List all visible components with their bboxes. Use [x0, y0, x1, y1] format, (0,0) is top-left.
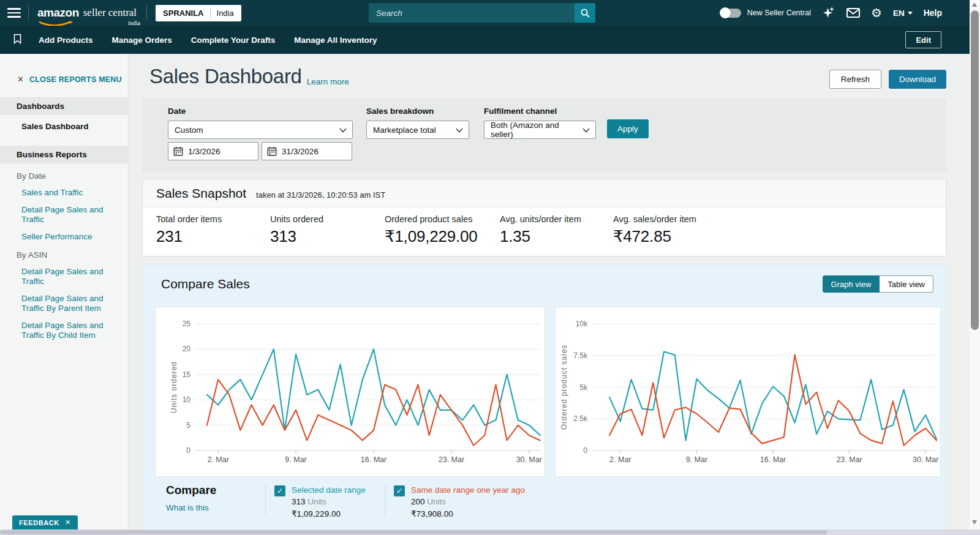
marketplace-name: India: [217, 9, 234, 18]
close-icon: ✕: [65, 518, 71, 526]
refresh-button[interactable]: Refresh: [829, 70, 881, 89]
svg-text:30. Mar: 30. Mar: [913, 455, 938, 464]
hamburger-menu-icon[interactable]: [0, 0, 28, 26]
new-seller-central-toggle[interactable]: [720, 9, 741, 18]
search-input[interactable]: [369, 3, 575, 23]
nav-add-products[interactable]: Add Products: [39, 36, 93, 45]
toggle-label: New Seller Central: [747, 9, 811, 17]
messages-icon[interactable]: [846, 8, 860, 18]
selected-range-label: Selected date range: [292, 485, 366, 495]
table-view-button[interactable]: Table view: [880, 275, 933, 293]
svg-text:16. Mar: 16. Mar: [361, 455, 386, 464]
svg-text:9. Mar: 9. Mar: [285, 455, 306, 464]
sidebar-item-detail-page-sales-traffic-asin[interactable]: Detail Page Sales and Traffic: [0, 260, 128, 287]
horizontal-scrollbar-thumb[interactable]: [0, 530, 827, 534]
sidebar-subheader-by-asin: By ASIN: [0, 242, 128, 260]
language-selector[interactable]: EN: [893, 9, 913, 18]
download-button[interactable]: Download: [889, 70, 946, 89]
previous-year-checkbox[interactable]: ✓: [394, 485, 405, 496]
main-content: Sales Dashboard Learn more Refresh Downl…: [129, 54, 970, 530]
fulfilment-channel-label: Fulfilment channel: [484, 107, 596, 116]
search-icon: [580, 8, 590, 18]
sidebar-item-sales-and-traffic[interactable]: Sales and Traffic: [0, 181, 128, 198]
nav-complete-your-drafts[interactable]: Complete Your Drafts: [191, 36, 276, 45]
snapshot-metrics: Total order items 231 Units ordered 313 …: [143, 208, 946, 256]
svg-text:Units ordered: Units ordered: [170, 361, 178, 413]
apply-button[interactable]: Apply: [607, 119, 649, 138]
divider: [210, 9, 211, 18]
feedback-button[interactable]: FEEDBACK ✕: [12, 515, 78, 529]
amazon-wordmark: amazon: [37, 7, 79, 18]
sales-breakdown-select[interactable]: Marketplace total: [366, 121, 469, 139]
sales-breakdown-value: Marketplace total: [373, 125, 436, 135]
horizontal-scrollbar[interactable]: [0, 529, 980, 535]
chevron-down-icon: [908, 12, 913, 15]
language-code: EN: [893, 9, 905, 18]
ai-sparkle-icon[interactable]: [822, 6, 835, 20]
date-from-field[interactable]: [168, 142, 258, 160]
nav-manage-all-inventory[interactable]: Manage All Inventory: [294, 36, 377, 45]
sidebar-item-detail-page-parent-item[interactable]: Detail Page Sales and Traffic By Parent …: [0, 287, 128, 314]
settings-gear-icon[interactable]: ⚙: [871, 6, 882, 20]
help-link[interactable]: Help: [924, 8, 942, 18]
sidebar-item-detail-page-child-item[interactable]: Detail Page Sales and Traffic By Child I…: [0, 314, 128, 341]
page-title-row: Sales Dashboard Learn more Refresh Downl…: [142, 65, 946, 89]
learn-more-link[interactable]: Learn more: [307, 77, 349, 86]
date-to-input[interactable]: [282, 147, 343, 156]
compare-legend: Compare What is this ✓ Selected date ran…: [155, 484, 933, 518]
vertical-scrollbar[interactable]: [970, 0, 980, 529]
selected-range-checkbox[interactable]: ✓: [274, 485, 285, 496]
date-from-input[interactable]: [188, 147, 249, 156]
date-range-value: Custom: [175, 125, 203, 135]
svg-text:30. Mar: 30. Mar: [516, 455, 542, 464]
scroll-up-arrow-icon[interactable]: [972, 2, 977, 7]
svg-text:23. Mar: 23. Mar: [836, 455, 862, 464]
sales-snapshot-card: Sales Snapshot taken at 31/3/2026, 10:20…: [142, 179, 946, 256]
graph-view-button[interactable]: Graph view: [823, 275, 880, 293]
metric-avg-sales-order-item: Avg. sales/order item ₹472.85: [613, 214, 696, 246]
vertical-scrollbar-thumb[interactable]: [971, 10, 979, 330]
page-actions: Refresh Download: [829, 70, 946, 89]
svg-text:7.5k: 7.5k: [573, 351, 588, 360]
seller-central-wordmark: seller central: [83, 7, 137, 18]
global-search: [369, 3, 595, 23]
edit-button[interactable]: Edit: [905, 31, 941, 48]
date-filter-label: Date: [168, 107, 353, 116]
previous-year-units: 200: [411, 497, 425, 506]
ordered-product-sales-line-chart[interactable]: 02.5k5k7.5k10k2. Mar9. Mar16. Mar23. Mar…: [556, 307, 940, 476]
amazon-seller-central-logo[interactable]: amazon seller central india: [29, 7, 146, 18]
sidebar-item-detail-page-sales-traffic[interactable]: Detail Page Sales and Traffic: [0, 198, 128, 225]
close-reports-menu[interactable]: ✕ CLOSE REPORTS MENU: [0, 54, 128, 84]
search-button[interactable]: [575, 3, 595, 23]
svg-text:15: 15: [183, 370, 191, 379]
snapshot-title: Sales Snapshot: [156, 186, 246, 201]
close-icon: ✕: [17, 75, 24, 84]
sidebar-item-sales-dashboard[interactable]: Sales Dashboard: [0, 115, 128, 132]
svg-text:23. Mar: 23. Mar: [439, 455, 464, 464]
units-ordered-chart[interactable]: 05101520252. Mar9. Mar16. Mar23. Mar30. …: [155, 307, 545, 477]
scroll-down-arrow-icon[interactable]: [972, 520, 977, 525]
what-is-this-link[interactable]: What is this: [166, 503, 265, 512]
legend-previous-year: ✓ Same date range one year ago 200 Units…: [385, 484, 545, 518]
svg-text:2. Mar: 2. Mar: [207, 455, 228, 464]
metric-units-ordered: Units ordered 313: [270, 214, 385, 246]
snapshot-timestamp: taken at 31/3/2026, 10:20:53 am IST: [256, 190, 385, 200]
chevron-down-icon: [339, 128, 347, 133]
ordered-product-sales-chart[interactable]: 02.5k5k7.5k10k2. Mar9. Mar16. Mar23. Mar…: [555, 307, 941, 477]
svg-text:9. Mar: 9. Mar: [686, 455, 707, 464]
units-ordered-line-chart[interactable]: 05101520252. Mar9. Mar16. Mar23. Mar30. …: [156, 307, 545, 476]
bookmark-icon[interactable]: [13, 34, 21, 47]
sidebar-item-seller-performance[interactable]: Seller Performance: [0, 225, 128, 242]
svg-text:5: 5: [186, 421, 190, 430]
date-range-select[interactable]: Custom: [168, 121, 353, 139]
fulfilment-channel-value: Both (Amazon and seller): [491, 121, 578, 139]
previous-year-label: Same date range one year ago: [411, 485, 525, 495]
chevron-down-icon: [456, 128, 463, 133]
date-to-field[interactable]: [262, 142, 352, 160]
svg-text:10: 10: [183, 395, 191, 404]
fulfilment-channel-select[interactable]: Both (Amazon and seller): [484, 121, 596, 139]
svg-text:25: 25: [183, 320, 191, 328]
nav-manage-orders[interactable]: Manage Orders: [112, 36, 172, 45]
divider: [146, 5, 147, 21]
account-marketplace-switcher[interactable]: SPRANILA India: [156, 5, 241, 21]
